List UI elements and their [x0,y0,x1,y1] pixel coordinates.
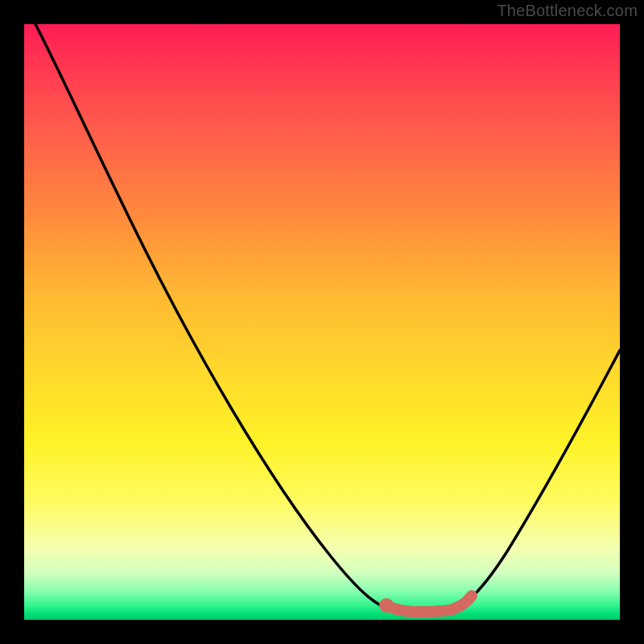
bottleneck-curve-path [35,24,620,611]
curve-overlay [24,24,620,620]
optimal-range-highlight [386,596,472,612]
plot-area [24,24,620,620]
watermark-text: TheBottleneck.com [497,2,638,20]
optimal-start-dot [379,598,394,613]
chart-container: TheBottleneck.com [0,0,644,644]
